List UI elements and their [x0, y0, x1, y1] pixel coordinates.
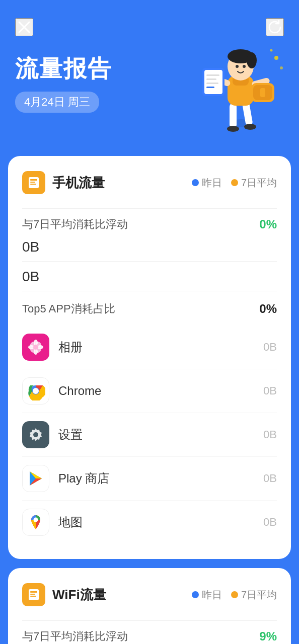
svg-rect-49 — [30, 591, 37, 593]
wifi-fluctuation-row: 与7日平均消耗比浮动 9% — [22, 625, 277, 644]
mobile-fluctuation-label: 与7日平均消耗比浮动 — [22, 217, 128, 232]
top5-label: Top5 APP消耗占比 — [22, 301, 115, 316]
svg-rect-31 — [30, 184, 36, 185]
svg-point-13 — [243, 65, 246, 68]
app-usage-settings: 0B — [263, 428, 277, 441]
wifi-legend-avg7: 7日平均 — [231, 588, 277, 602]
svg-point-27 — [270, 49, 273, 52]
mobile-card-icon — [22, 171, 45, 194]
mobile-card-header: 手机流量 昨日 7日平均 — [22, 171, 277, 194]
svg-rect-19 — [206, 83, 218, 84]
app-name-play: Play 商店 — [58, 470, 109, 487]
app-name-settings: 设置 — [58, 427, 83, 443]
svg-point-44 — [33, 388, 39, 394]
content: 手机流量 昨日 7日平均 与7日平均消耗比浮动 0% 0B 0B To — [0, 156, 299, 644]
legend-dot-orange — [231, 179, 238, 186]
mobile-fluctuation-row: 与7日平均消耗比浮动 0% — [22, 213, 277, 236]
legend-yesterday: 昨日 — [192, 176, 222, 190]
app-icon-maps — [22, 509, 49, 536]
wifi-card-title-group: WiFi流量 — [22, 583, 106, 606]
wifi-legend-dot-orange — [231, 591, 238, 598]
mobile-data-card: 手机流量 昨日 7日平均 与7日平均消耗比浮动 0% 0B 0B To — [8, 156, 291, 559]
svg-rect-29 — [30, 179, 37, 181]
illustration — [193, 30, 294, 141]
svg-point-46 — [33, 432, 38, 437]
divider-1 — [22, 208, 277, 209]
app-row-maps: 地图 0B — [22, 501, 277, 544]
wifi-divider-1 — [22, 620, 277, 621]
close-button[interactable] — [15, 18, 33, 36]
wifi-card-icon — [22, 583, 45, 606]
divider-3 — [22, 291, 277, 291]
mobile-fluctuation-value: 0% — [259, 217, 277, 231]
app-row-chrome: Chrome 0B — [22, 369, 277, 413]
divider-2 — [22, 261, 277, 262]
app-usage-play: 0B — [263, 472, 277, 485]
svg-point-41 — [33, 345, 38, 350]
mobile-card-title-group: 手机流量 — [22, 171, 105, 194]
svg-point-26 — [280, 66, 283, 69]
legend-avg7: 7日平均 — [231, 176, 277, 190]
legend-avg7-label: 7日平均 — [241, 176, 277, 190]
wifi-legend-dot-blue — [192, 591, 199, 598]
header: 流量报告 4月24日 周三 — [0, 0, 299, 146]
wifi-legend-yesterday-label: 昨日 — [202, 588, 222, 602]
legend-yesterday-label: 昨日 — [202, 176, 222, 190]
svg-rect-17 — [206, 74, 219, 76]
app-info-maps: 地图 — [22, 509, 83, 536]
date-badge: 4月24日 周三 — [15, 92, 99, 113]
wifi-legend-yesterday: 昨日 — [192, 588, 222, 602]
app-icon-chrome — [22, 377, 49, 405]
legend-dot-blue — [192, 179, 199, 186]
app-name-maps: 地图 — [58, 514, 83, 530]
app-row-play: Play 商店 0B — [22, 457, 277, 501]
mobile-avg-value: 0B — [22, 266, 277, 287]
svg-rect-18 — [206, 78, 216, 80]
app-info-album: 相册 — [22, 334, 83, 361]
top5-header: Top5 APP消耗占比 0% — [22, 295, 277, 326]
svg-point-5 — [227, 126, 239, 132]
app-usage-chrome: 0B — [263, 384, 277, 397]
svg-point-12 — [236, 65, 239, 68]
wifi-data-card: WiFi流量 昨日 7日平均 与7日平均消耗比浮动 9% 1.9GB 1.7GB — [8, 568, 291, 644]
app-icon-settings — [22, 421, 49, 448]
svg-rect-51 — [30, 596, 36, 597]
wifi-card-header: WiFi流量 昨日 7日平均 — [22, 583, 277, 606]
wifi-card-title: WiFi流量 — [52, 586, 106, 604]
app-usage-maps: 0B — [263, 516, 277, 529]
wifi-legend: 昨日 7日平均 — [192, 588, 277, 602]
wifi-legend-avg7-label: 7日平均 — [241, 588, 277, 602]
app-usage-album: 0B — [263, 341, 277, 354]
svg-point-11 — [247, 52, 257, 68]
svg-rect-20 — [206, 87, 214, 88]
app-info-settings: 设置 — [22, 421, 83, 448]
mobile-legend: 昨日 7日平均 — [192, 176, 277, 190]
app-row-album: 相册 0B — [22, 326, 277, 369]
svg-point-25 — [274, 56, 278, 60]
app-info-play: Play 商店 — [22, 465, 109, 492]
mobile-card-title: 手机流量 — [52, 174, 105, 192]
svg-rect-30 — [30, 182, 35, 183]
wifi-fluctuation-label: 与7日平均消耗比浮动 — [22, 629, 128, 644]
svg-rect-50 — [30, 594, 35, 595]
svg-rect-3 — [230, 103, 237, 128]
app-name-album: 相册 — [58, 339, 83, 355]
svg-point-47 — [34, 518, 38, 522]
mobile-yesterday-value: 0B — [22, 236, 277, 257]
app-icon-album — [22, 334, 49, 361]
top5-value: 0% — [259, 302, 277, 316]
app-icon-play — [22, 465, 49, 492]
svg-rect-24 — [260, 88, 265, 97]
wifi-fluctuation-value: 9% — [259, 629, 277, 643]
svg-rect-16 — [204, 70, 222, 94]
svg-point-6 — [244, 124, 256, 130]
app-name-chrome: Chrome — [58, 384, 101, 398]
app-row-settings: 设置 0B — [22, 413, 277, 457]
app-info-chrome: Chrome — [22, 377, 101, 405]
